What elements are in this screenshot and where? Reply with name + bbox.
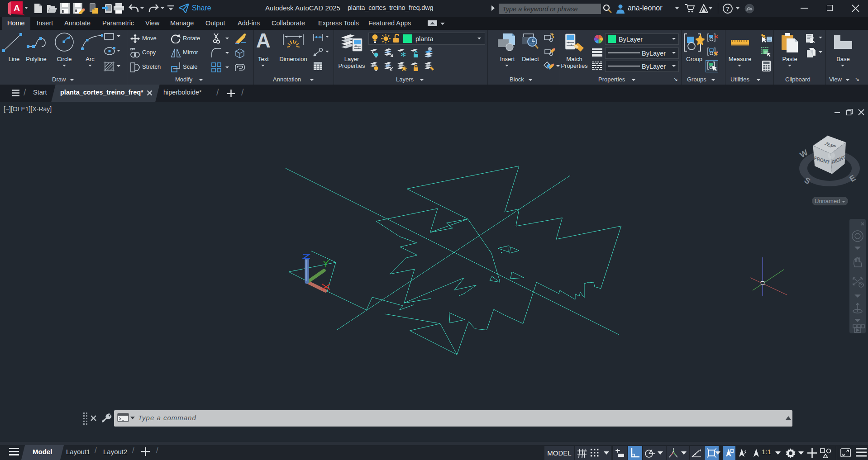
svg-text:A: A xyxy=(14,3,20,13)
svg-text:?: ? xyxy=(726,5,730,12)
